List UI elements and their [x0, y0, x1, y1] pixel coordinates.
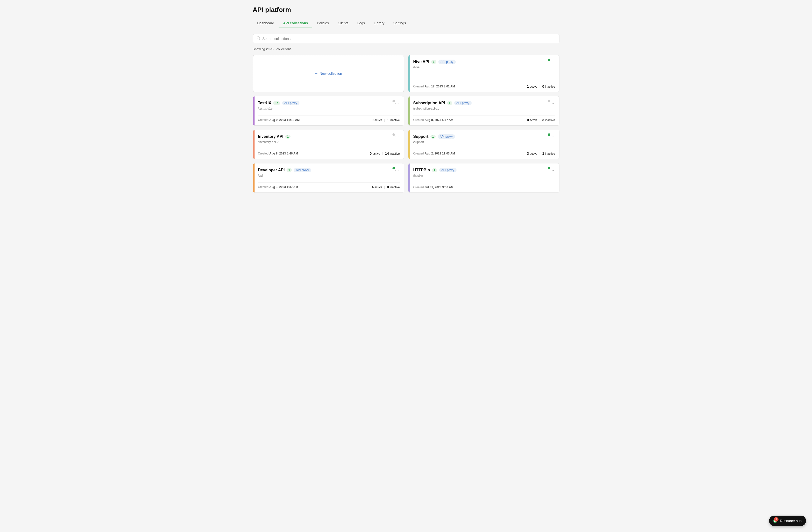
- card-header: Developer API 1 API proxy ···: [258, 167, 400, 173]
- showing-label: Showing 20 API collections: [253, 47, 560, 51]
- menu-button[interactable]: ···: [549, 59, 555, 65]
- card-footer: Created Aug 8, 2023 5:47 AM 0 active | 3…: [413, 115, 555, 122]
- menu-button[interactable]: ···: [549, 100, 555, 106]
- page-title: API platform: [253, 6, 560, 14]
- card-title-row: Hive API 1 API proxy: [413, 60, 456, 64]
- collections-grid: + New collection Hive API 1 API proxy ··…: [253, 55, 560, 193]
- card-footer: Created Aug 17, 2023 8:01 AM 1 active | …: [413, 82, 555, 88]
- tab-dashboard[interactable]: Dashboard: [253, 19, 279, 28]
- card-header: Support 1 API proxy ···: [413, 134, 555, 139]
- status-dot: [392, 167, 395, 169]
- card-stats: 1 active | 0 inactive: [527, 84, 555, 88]
- inactive-stat: 1 inactive: [542, 152, 555, 155]
- collection-card-hive-api: Hive API 1 API proxy ··· /hive Created A…: [408, 55, 560, 92]
- card-title-row: Support 1 API proxy: [413, 135, 455, 139]
- card-title-row: Subscription API 1 API proxy: [413, 101, 472, 105]
- type-badge: API proxy: [454, 101, 472, 105]
- status-dot: [548, 100, 550, 102]
- tab-library[interactable]: Library: [369, 19, 389, 28]
- card-footer: Created Aug 1, 2023 1:37 AM 4 active | 0…: [258, 182, 400, 189]
- card-header: Hive API 1 API proxy ···: [413, 59, 555, 65]
- inactive-stat: 0 inactive: [387, 185, 400, 189]
- card-accent: [253, 96, 255, 125]
- menu-button[interactable]: ···: [549, 167, 555, 173]
- tab-api-collections[interactable]: API collections: [279, 19, 312, 28]
- card-footer: Created Aug 9, 2023 11:18 AM 0 active | …: [258, 115, 400, 122]
- card-header: TestUX 1e API proxy ···: [258, 100, 400, 106]
- card-stats: 0 active | 3 inactive: [527, 118, 555, 122]
- count-badge: 1: [432, 168, 437, 172]
- status-dot: [392, 100, 395, 102]
- inactive-stat: 3 inactive: [542, 118, 555, 122]
- count-badge: 1: [285, 135, 291, 139]
- card-header: Inventory API 1 ···: [258, 134, 400, 139]
- collection-card-support: Support 1 API proxy ··· /support Created…: [408, 130, 560, 159]
- card-footer: Created Aug 8, 2023 5:46 AM 0 active | 1…: [258, 149, 400, 155]
- inactive-stat: 14 inactive: [385, 152, 400, 155]
- tab-clients[interactable]: Clients: [333, 19, 353, 28]
- search-icon: [257, 36, 261, 41]
- active-stat: 0 active: [372, 118, 382, 122]
- card-name: Hive API: [413, 60, 429, 64]
- card-path: /support: [413, 140, 555, 144]
- menu-button[interactable]: ···: [394, 167, 400, 173]
- type-badge: API proxy: [438, 60, 456, 64]
- card-path: /hive: [413, 66, 555, 69]
- nav-tabs: Dashboard API collections Policies Clien…: [253, 19, 560, 28]
- menu-button[interactable]: ···: [549, 134, 555, 139]
- type-badge: API proxy: [294, 168, 311, 172]
- card-created: Created Aug 17, 2023 8:01 AM: [413, 85, 455, 88]
- type-badge: API proxy: [282, 101, 300, 105]
- search-bar: [253, 34, 560, 43]
- status-dot: [392, 134, 395, 136]
- collection-card-inventory-api: Inventory API 1 ··· /inventory-api-v1 Cr…: [253, 130, 404, 159]
- card-title-row: Inventory API 1: [258, 135, 291, 139]
- menu-button[interactable]: ···: [394, 100, 400, 106]
- count-badge: 1e: [273, 101, 280, 105]
- card-header: HTTPBin 1 API proxy ···: [413, 167, 555, 173]
- card-stats: 0 active | 1 inactive: [372, 118, 400, 122]
- card-created: Created Jul 31, 2023 3:57 AM: [413, 185, 453, 189]
- card-name: HTTPBin: [413, 168, 430, 172]
- new-collection-button[interactable]: + New collection: [315, 71, 342, 76]
- tab-policies[interactable]: Policies: [312, 19, 333, 28]
- type-badge: API proxy: [439, 168, 456, 172]
- card-title-row: TestUX 1e API proxy: [258, 101, 300, 105]
- count-badge: 1: [447, 101, 452, 105]
- card-name: Subscription API: [413, 101, 445, 105]
- card-created: Created Aug 1, 2023 1:37 AM: [258, 185, 298, 189]
- card-path: /httpbin: [413, 174, 555, 177]
- collection-card-developer-api: Developer API 1 API proxy ··· /api Creat…: [253, 163, 404, 193]
- new-collection-label: New collection: [320, 71, 342, 75]
- status-dot: [548, 134, 550, 136]
- inactive-stat: 1 inactive: [387, 118, 400, 122]
- active-stat: 3 active: [527, 152, 537, 155]
- menu-button[interactable]: ···: [394, 134, 400, 139]
- card-name: TestUX: [258, 101, 272, 105]
- card-accent: [408, 164, 410, 193]
- card-name: Inventory API: [258, 135, 284, 139]
- card-created: Created Aug 2, 2023 11:03 AM: [413, 152, 455, 155]
- card-footer: Created Aug 2, 2023 11:03 AM 3 active | …: [413, 149, 555, 155]
- count-badge: 1: [431, 60, 436, 64]
- active-stat: 0 active: [369, 152, 380, 155]
- card-accent: [408, 55, 410, 92]
- count-badge: 1: [287, 168, 292, 172]
- card-name: Support: [413, 135, 429, 139]
- card-stats: 3 active | 1 inactive: [527, 152, 555, 155]
- svg-line-1: [259, 39, 260, 40]
- search-input[interactable]: [262, 37, 556, 41]
- card-name: Developer API: [258, 168, 285, 172]
- card-header: Subscription API 1 API proxy ···: [413, 100, 555, 106]
- card-accent: [408, 130, 410, 159]
- count-badge: 1: [431, 135, 436, 139]
- tab-settings[interactable]: Settings: [389, 19, 410, 28]
- inactive-stat: 0 inactive: [542, 84, 555, 88]
- card-footer: Created Jul 31, 2023 3:57 AM: [413, 183, 555, 189]
- active-stat: 4 active: [372, 185, 382, 189]
- new-collection-card[interactable]: + New collection: [253, 55, 404, 92]
- card-accent: [253, 164, 255, 193]
- card-stats: 0 active | 14 inactive: [369, 152, 400, 155]
- tab-logs[interactable]: Logs: [353, 19, 369, 28]
- type-badge: API proxy: [438, 135, 455, 139]
